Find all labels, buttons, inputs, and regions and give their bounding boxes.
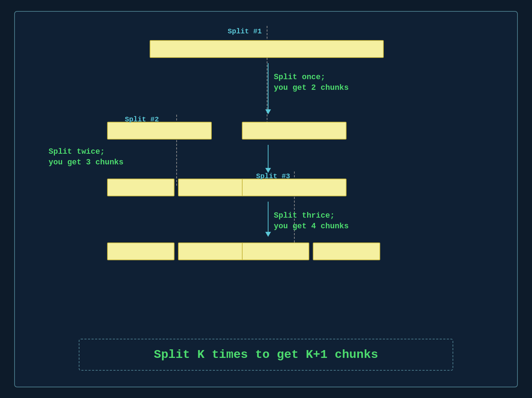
arrow-1 <box>265 63 271 114</box>
arrow-head-3 <box>265 232 271 237</box>
arrow-shaft-2 <box>268 145 268 168</box>
summary-box: Split K times to get K+1 chunks <box>79 339 453 371</box>
chunk-row2-right <box>242 122 347 140</box>
arrow-shaft-3 <box>268 202 268 232</box>
arrow-shaft-1 <box>268 63 268 109</box>
label-split3: Split #3 <box>256 171 290 181</box>
diagram-container: Split #1 Split once; you get 2 chunks Sp… <box>14 11 518 387</box>
chunk-row3-a <box>107 179 174 196</box>
label-split1: Split #1 <box>228 27 262 37</box>
chunk-row4-c <box>242 242 309 260</box>
summary-text: Split K times to get K+1 chunks <box>87 348 445 361</box>
label-thrice: Split thrice; you get 4 chunks <box>274 211 349 233</box>
arrow-head-1 <box>265 109 271 114</box>
label-once: Split once; you get 2 chunks <box>274 72 349 94</box>
chunk-row3-b <box>178 179 245 196</box>
chunk-row4-d <box>313 242 380 260</box>
chunk-row1 <box>150 40 384 58</box>
label-twice: Split twice; you get 3 chunks <box>49 147 123 169</box>
chunk-row4-b <box>178 242 245 260</box>
chunk-row2-left <box>107 122 212 140</box>
arrow-3 <box>265 202 271 237</box>
label-split2: Split #2 <box>125 115 159 125</box>
arrow-2 <box>265 145 271 173</box>
chunk-row4-a <box>107 242 174 260</box>
